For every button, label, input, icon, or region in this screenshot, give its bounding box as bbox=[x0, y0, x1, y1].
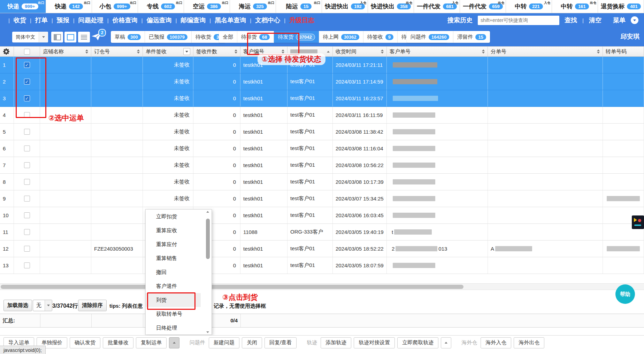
horizontal-scrollbar-thumb[interactable] bbox=[1, 285, 463, 289]
table-row-9[interactable]: 9未签收0testkh01test客户012024/03/07 15:34:25 bbox=[0, 190, 644, 207]
clear-sort-button[interactable]: 清除排序 bbox=[78, 300, 107, 311]
col-receive-time[interactable]: 收货时间 bbox=[333, 47, 387, 56]
list-icon[interactable] bbox=[78, 32, 90, 42]
context-menu-item-3[interactable]: 重算应付 bbox=[146, 237, 201, 251]
menu-item-2[interactable]: 打单 bbox=[35, 16, 48, 24]
table-row-7[interactable]: 7未签收0testkh01test客户012024/03/08 10:56:22 bbox=[0, 157, 644, 174]
menu-item-7[interactable]: 邮编查询 bbox=[181, 16, 206, 24]
row-checkbox[interactable] bbox=[24, 229, 30, 235]
table-row-8[interactable]: 8未签收0testkh01test客户012024/03/08 10:17:39 bbox=[0, 174, 644, 190]
row-checkbox[interactable] bbox=[24, 129, 30, 135]
toolbar-more-button[interactable] bbox=[169, 337, 179, 348]
filter-已预报[interactable]: 已预报100379 bbox=[145, 31, 192, 43]
top-tab-3[interactable]: 小包999+出口 bbox=[92, 0, 138, 13]
menu-dropdown-icon[interactable] bbox=[631, 16, 638, 24]
table-row-3[interactable]: 3✓未签收0testkh01test客户012024/03/11 16:23:5… bbox=[0, 90, 644, 107]
row-checkbox[interactable] bbox=[24, 196, 30, 202]
menu-item-4[interactable]: 问题处理 bbox=[78, 16, 104, 24]
table-row-2[interactable]: 2✓未签收0testkh01test客户012024/03/11 17:14:5… bbox=[0, 73, 644, 90]
top-tab-2[interactable]: 快递142出口 bbox=[46, 0, 92, 13]
message-icon[interactable]: 2 bbox=[91, 32, 103, 42]
top-tab-10[interactable]: 一件代发681入仓 bbox=[414, 0, 460, 13]
col-transfer-no[interactable]: 转单号码 bbox=[603, 47, 644, 56]
menu-item-5[interactable]: 价格查询 bbox=[113, 16, 138, 24]
header-select-all-checkbox[interactable] bbox=[24, 49, 30, 55]
menu-item-8[interactable]: 黑名单查询 bbox=[215, 16, 246, 24]
toolbar-button-添加轨迹[interactable]: 添加轨迹 bbox=[321, 337, 351, 348]
col-customer-no[interactable]: 客户单号 bbox=[387, 47, 488, 56]
col-booking-no[interactable]: 订仓号 bbox=[91, 47, 143, 56]
search-history-link[interactable]: 搜索历史 bbox=[447, 16, 473, 24]
current-user-name[interactable]: 邱安琪 bbox=[621, 32, 639, 41]
toolbar-button-关闭[interactable]: 关闭 bbox=[242, 337, 262, 348]
menu-item-6[interactable]: 偏远查询 bbox=[146, 16, 171, 24]
top-tab-5[interactable]: 空运386出口 bbox=[184, 0, 230, 13]
row-checkbox[interactable] bbox=[24, 246, 30, 252]
context-menu-item-6[interactable]: 客户退件 bbox=[146, 279, 201, 293]
top-tab-12[interactable]: 中转221入仓 bbox=[506, 0, 552, 13]
top-tab-1[interactable]: 快递999+出口 bbox=[0, 0, 46, 13]
filter-草稿[interactable]: 草稿300 bbox=[111, 31, 145, 43]
top-tab-7[interactable]: 陆运15出口 bbox=[276, 0, 322, 13]
menu-button[interactable]: 菜单 bbox=[613, 16, 626, 24]
toolbar-more-button[interactable] bbox=[441, 337, 451, 348]
quick-search-input[interactable] bbox=[478, 16, 559, 25]
row-checkbox[interactable] bbox=[24, 162, 30, 168]
menu-item-1[interactable]: 收货 bbox=[14, 16, 26, 24]
table-row-13[interactable]: 130testkh01test客户012024/03/05 18:07:59 bbox=[0, 257, 644, 274]
overlay-app-icon[interactable] bbox=[632, 215, 644, 229]
context-menu-item-4[interactable]: 重算销售 bbox=[146, 251, 201, 265]
toolbar-button-立即爬取轨迹[interactable]: 立即爬取轨迹 bbox=[397, 337, 438, 348]
table-row-11[interactable]: 11011088ORG-333客户2024/03/05 19:40:19t bbox=[0, 224, 644, 241]
menu-item-9[interactable]: 文档中心 bbox=[255, 16, 280, 24]
col-sign-count[interactable]: 签收件数 bbox=[193, 47, 240, 56]
help-button[interactable]: 帮助 bbox=[615, 284, 635, 304]
top-tab-6[interactable]: 海运325出口 bbox=[230, 0, 276, 13]
top-tab-11[interactable]: 一件代发659出仓 bbox=[460, 0, 506, 13]
toolbar-button-海外出仓[interactable]: 海外出仓 bbox=[514, 337, 544, 348]
toolbar-button-复制运单[interactable]: 复制运单 bbox=[136, 337, 167, 348]
load-filter-button[interactable]: 加载筛选 bbox=[3, 300, 32, 311]
menu-item-3[interactable]: 预报 bbox=[57, 16, 69, 24]
filter-滞留件[interactable]: 滞留件15 bbox=[453, 31, 490, 43]
table-row-4[interactable]: 4未签收0testkh01test客户012024/03/11 16:11:59 bbox=[0, 107, 644, 124]
context-menu-item-1[interactable]: 立即扣货 bbox=[146, 210, 201, 223]
scroll-up-icon[interactable] bbox=[206, 211, 209, 213]
table-row-10[interactable]: 100testkh01test客户012024/03/06 16:03:45 bbox=[0, 207, 644, 224]
top-tab-4[interactable]: 专线602出口 bbox=[138, 0, 184, 13]
filter-全部[interactable]: 全部 bbox=[219, 31, 237, 43]
top-tab-8[interactable]: 快进快出192入仓 bbox=[322, 0, 368, 13]
context-menu-scrollbar-thumb[interactable] bbox=[206, 219, 210, 259]
table-row-6[interactable]: 6未签收0testkh01test客户012024/03/08 11:16:04 bbox=[0, 140, 644, 157]
filter-待上网[interactable]: 待上网30362 bbox=[319, 31, 363, 43]
row-checkbox[interactable] bbox=[24, 262, 30, 268]
top-tab-13[interactable]: 中转161出仓 bbox=[552, 0, 598, 13]
context-menu-item-9[interactable]: 日终处理 bbox=[146, 321, 201, 335]
toolbar-button-批量修改[interactable]: 批量修改 bbox=[103, 337, 133, 348]
col-piece-sign[interactable]: 单件签收 bbox=[143, 47, 193, 56]
clear-button[interactable]: 清空 bbox=[589, 16, 601, 24]
gear-icon[interactable] bbox=[3, 48, 10, 55]
filter-问题件[interactable]: 问题件164260 bbox=[407, 31, 453, 43]
fullwidth-toggle-icon[interactable] bbox=[64, 32, 76, 42]
menu-item-10[interactable]: 升级日志 bbox=[289, 16, 314, 24]
filter-select[interactable]: 无 bbox=[33, 300, 52, 311]
col-shop-name[interactable]: 店铺名称 bbox=[40, 47, 91, 56]
toolbar-button-轨迹对接设置[interactable]: 轨迹对接设置 bbox=[354, 337, 395, 348]
top-tab-14[interactable]: 退货换标401 bbox=[598, 0, 644, 13]
col-sub-no[interactable]: 分单号 bbox=[488, 47, 603, 56]
table-row-5[interactable]: 5未签收0testkh01test客户012024/03/08 11:38:42 bbox=[0, 124, 644, 140]
layout-toggle-icon[interactable] bbox=[51, 32, 63, 42]
top-tab-9[interactable]: 快进快出358出仓 bbox=[368, 0, 414, 13]
filter-dropdown-icon[interactable] bbox=[183, 48, 190, 55]
toolbar-button-海外入仓[interactable]: 海外入仓 bbox=[481, 337, 511, 348]
filter-待签收[interactable]: 待签收9 bbox=[363, 31, 398, 43]
context-menu-item-5[interactable]: 撤回 bbox=[146, 265, 201, 279]
toolbar-button-新建问题[interactable]: 新建问题 bbox=[209, 337, 239, 348]
toolbar-button-回复/查看[interactable]: 回复/查看 bbox=[264, 337, 297, 348]
row-checkbox[interactable] bbox=[24, 212, 30, 218]
table-row-12[interactable]: 12FZE24030500030testkh01test客户012024/03/… bbox=[0, 241, 644, 257]
row-checkbox[interactable] bbox=[24, 179, 30, 185]
language-select[interactable]: 简体中文 bbox=[12, 32, 48, 42]
find-button[interactable]: 查找 bbox=[565, 16, 577, 24]
